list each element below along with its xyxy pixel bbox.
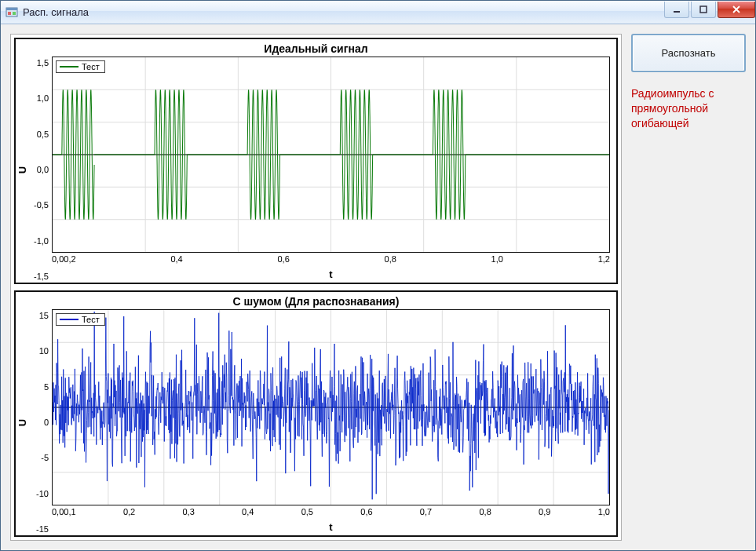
chart-noisy-signal: С шумом (Для распознавания) U 15 10 5 0 … (14, 290, 618, 537)
x-axis-label: t (52, 521, 610, 535)
charts-panel: Идеальный сигнал U 1,5 1,0 0,5 0,0 -0,5 … (10, 34, 622, 541)
side-panel: Распознать Радиоимпульс с прямоугольной … (631, 34, 746, 541)
window-title: Расп. сигнала (23, 6, 664, 18)
y-axis-label: U (16, 309, 30, 535)
result-label: Радиоимпульс с прямоугольной огибающей (631, 86, 746, 131)
chart-title: С шумом (Для распознавания) (16, 292, 616, 309)
window-buttons (664, 2, 755, 17)
plot-svg-ideal (53, 57, 609, 252)
legend-swatch (60, 319, 79, 320)
chart-title: Идеальный сигнал (16, 39, 616, 57)
plot-area-ideal: Тест (52, 57, 610, 253)
minimize-button[interactable] (664, 2, 689, 18)
y-axis-ticks: 15 10 5 0 -5 -10 -15 (30, 309, 52, 535)
x-axis-ticks: 0,0 0,1 0,2 0,3 0,4 0,5 0,6 0,7 0,8 0,9 … (52, 505, 610, 521)
svg-rect-5 (700, 6, 707, 13)
y-axis-label: U (16, 57, 30, 283)
maximize-button[interactable] (691, 2, 716, 18)
recognize-button-label: Распознать (662, 47, 716, 59)
svg-rect-1 (6, 8, 17, 10)
titlebar[interactable]: Расп. сигнала (1, 1, 755, 24)
legend-label: Тест (82, 315, 100, 324)
x-axis-label: t (52, 268, 610, 283)
legend-swatch (60, 66, 79, 68)
chart-legend: Тест (56, 313, 105, 326)
plot-svg-noisy (53, 310, 609, 505)
svg-rect-3 (13, 12, 16, 15)
app-icon (5, 6, 18, 19)
y-axis-ticks: 1,5 1,0 0,5 0,0 -0,5 -1,0 -1,5 (30, 57, 52, 283)
x-axis-ticks: 0,0 0,2 0,4 0,6 0,8 1,0 1,2 (52, 253, 610, 268)
recognize-button[interactable]: Распознать (631, 34, 746, 72)
close-button[interactable] (718, 2, 755, 18)
plot-area-noisy: Тест (52, 309, 610, 505)
legend-label: Тест (82, 62, 100, 71)
svg-rect-4 (674, 11, 680, 13)
chart-legend: Тест (56, 60, 105, 73)
client-area: Идеальный сигнал U 1,5 1,0 0,5 0,0 -0,5 … (1, 24, 755, 550)
app-window: Расп. сигнала Идеальный сигнал U 1,5 (0, 0, 756, 551)
svg-rect-2 (8, 12, 11, 15)
chart-ideal-signal: Идеальный сигнал U 1,5 1,0 0,5 0,0 -0,5 … (14, 38, 618, 284)
